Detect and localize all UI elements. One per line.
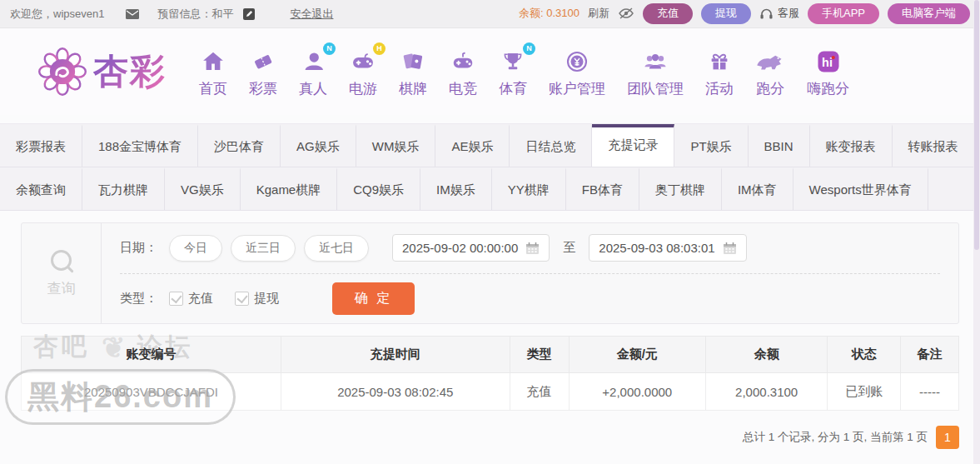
tab-wali[interactable]: 瓦力棋牌 [82, 167, 165, 210]
scrollbar-track[interactable] [973, 0, 980, 464]
pagination: 总计 1 个记录, 分为 1 页, 当前第 1 页 1 [21, 426, 959, 449]
tab-lottery-report[interactable]: 彩票报表 [0, 124, 82, 167]
nav-item-promotions[interactable]: 活动 [694, 46, 744, 98]
col-header-remark: 备注 [901, 337, 959, 373]
query-section: 查询 [22, 223, 102, 323]
tab-wesports[interactable]: Wesports世界体育 [793, 167, 928, 210]
date-to-input[interactable]: 2025-09-03 08:03:01 [589, 234, 746, 262]
envelope-icon[interactable] [126, 9, 139, 19]
col-header-status: 状态 [828, 337, 901, 373]
tab-recharge-records[interactable]: 充提记录 [592, 124, 674, 167]
tab-bbin[interactable]: BBIN [749, 124, 810, 167]
customer-service-link[interactable]: 客服 [759, 6, 799, 21]
controller-icon [450, 49, 475, 74]
pc-client-button[interactable]: 电脑客户端 [888, 3, 970, 23]
nav-item-boardgames[interactable]: 棋牌 [388, 46, 438, 98]
date-label: 日期： [120, 240, 157, 256]
col-header-amount: 金额/元 [569, 337, 705, 373]
hi-app-icon: hi [816, 49, 841, 74]
cell-amount: +2,000.0000 [569, 373, 705, 411]
pagination-summary: 总计 1 个记录, 分为 1 页, 当前第 1 页 [743, 430, 928, 445]
tab-wm[interactable]: WM娱乐 [356, 124, 436, 167]
table-row: 20250903VBDCCJAFDI 2025-09-03 08:02:45 充… [22, 373, 959, 411]
type-recharge-checkbox[interactable]: 充值 [169, 291, 213, 307]
nav-item-hi-paofen[interactable]: hi 嗨跑分 [796, 46, 860, 98]
mobile-app-button[interactable]: 手机APP [808, 3, 879, 23]
cell-balance: 2,000.3100 [705, 373, 827, 411]
tab-account-change-report[interactable]: 账变报表 [810, 124, 893, 167]
date-from-input[interactable]: 2025-09-02 00:00:00 [392, 234, 550, 262]
nav-item-sports[interactable]: N 体育 [488, 46, 538, 98]
nav-item-home[interactable]: 首页 [188, 46, 238, 98]
team-icon [643, 49, 668, 74]
trophy-icon [500, 49, 525, 74]
nav-item-esports[interactable]: 电竞 [438, 46, 488, 98]
col-header-time: 充提时间 [281, 337, 510, 373]
quick-range-today[interactable]: 今日 [169, 235, 222, 262]
status-badge: 已到账 [828, 373, 901, 411]
calendar-icon[interactable] [525, 242, 540, 255]
withdraw-button[interactable]: 提现 [701, 3, 751, 23]
balance-value: 0.3100 [546, 7, 580, 19]
nav-label: 团队管理 [627, 79, 684, 98]
nav-item-paofen[interactable]: 跑分 [744, 46, 796, 98]
person-icon [301, 49, 326, 74]
tab-188-sports[interactable]: 188金宝博体育 [82, 124, 198, 167]
date-from-value: 2025-09-02 00:00:00 [402, 241, 518, 255]
tab-fb-sports[interactable]: FB体育 [566, 167, 639, 210]
query-label: 查询 [47, 279, 76, 298]
main-nav: 首页 彩票 N 真人 H 电游 棋牌 [188, 46, 860, 98]
tab-vg[interactable]: VG娱乐 [165, 167, 241, 210]
ticket-icon [251, 49, 276, 74]
gift-icon [707, 49, 732, 74]
badge-h: H [373, 42, 386, 55]
brand-logo[interactable]: 杏彩 [38, 47, 167, 96]
tab-aoding[interactable]: 奥丁棋牌 [639, 167, 722, 210]
refresh-link[interactable]: 刷新 [588, 6, 609, 21]
logout-link[interactable]: 安全退出 [290, 7, 333, 22]
topbar: 欢迎您，wipseven1 预留信息：和平 安全退出 余额: 0.3100 刷新… [0, 0, 980, 28]
page-1-button[interactable]: 1 [936, 426, 959, 449]
headset-icon [759, 7, 774, 20]
tab-saba-sports[interactable]: 沙巴体育 [198, 124, 281, 167]
nav-label: 棋牌 [399, 79, 427, 98]
tab-transfer-report[interactable]: 转账报表 [893, 124, 975, 167]
nav-item-team[interactable]: 团队管理 [616, 46, 694, 98]
nav-item-lottery[interactable]: 彩票 [238, 46, 288, 98]
tab-im-sports[interactable]: IM体育 [722, 167, 793, 210]
header: 杏彩 首页 彩票 N 真人 H 电游 [0, 28, 980, 115]
edit-icon[interactable] [243, 8, 255, 20]
tab-im[interactable]: IM娱乐 [420, 167, 492, 210]
nav-label: 彩票 [249, 79, 277, 98]
flower-logo-icon [38, 47, 87, 96]
eye-off-icon[interactable] [618, 7, 634, 20]
nav-item-egames[interactable]: H 电游 [338, 46, 388, 98]
nav-label: 活动 [705, 79, 734, 98]
quick-range-7days[interactable]: 近七日 [304, 235, 369, 262]
tab-kgame[interactable]: Kgame棋牌 [241, 167, 338, 210]
confirm-button[interactable]: 确 定 [332, 282, 415, 315]
nav-item-account[interactable]: 账户管理 [538, 46, 616, 98]
type-recharge-label: 充值 [188, 291, 213, 307]
tab-yy[interactable]: YY棋牌 [492, 167, 566, 210]
nav-item-live[interactable]: N 真人 [288, 46, 338, 98]
nav-label: 体育 [499, 79, 527, 98]
scrollbar-thumb[interactable] [974, 0, 979, 250]
tab-pt[interactable]: PT娱乐 [674, 124, 748, 167]
deposit-button[interactable]: 充值 [643, 3, 693, 23]
tab-daily-summary[interactable]: 日结总览 [510, 124, 592, 167]
badge-n: N [323, 42, 336, 55]
nav-label: 账户管理 [549, 79, 605, 98]
cell-remark: ----- [901, 373, 959, 411]
tab-ag[interactable]: AG娱乐 [281, 124, 356, 167]
calendar-icon[interactable] [723, 242, 737, 255]
nav-label: 真人 [299, 79, 327, 98]
tab-cq9[interactable]: CQ9娱乐 [337, 167, 420, 210]
gamepad-icon [351, 49, 376, 74]
quick-range-3days[interactable]: 近三日 [231, 235, 296, 262]
type-withdraw-checkbox[interactable]: 提现 [235, 291, 279, 307]
nav-label: 电竞 [449, 79, 477, 98]
tab-balance-query[interactable]: 余额查询 [0, 167, 82, 210]
records-table: 账变编号 充提时间 类型 金额/元 余额 状态 备注 20250903VBDCC… [21, 336, 959, 411]
tab-ae[interactable]: AE娱乐 [435, 124, 510, 167]
